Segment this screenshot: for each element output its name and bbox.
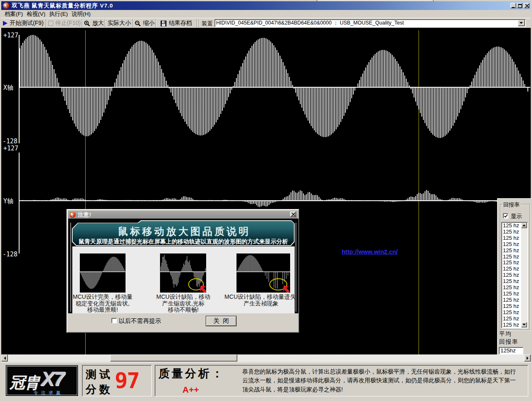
- figure-smooth-wave: [80, 253, 126, 293]
- list-item[interactable]: 125 hz: [502, 241, 521, 248]
- stop-icon: [48, 21, 53, 26]
- scroll-up-button[interactable]: [521, 223, 527, 228]
- quality-analysis-box: 质量分析： A++ 恭喜您的鼠标为极高分鼠，计算出总误差量极极小，鼠标极平滑，无…: [155, 365, 528, 396]
- list-item[interactable]: 125 hz: [502, 223, 521, 229]
- zoom-in-label: 放大: [92, 20, 104, 27]
- combobox-dropdown-button[interactable]: [518, 20, 525, 26]
- brand-logo: 冠胄 X7 专注求赢: [7, 366, 77, 395]
- device-value: HID\VID_045E&PID_0047\6&2B4BD64E&0&0000 …: [215, 20, 518, 27]
- figure-jagged-wave: [160, 253, 206, 293]
- actual-size-button[interactable]: 实际大小: [106, 19, 133, 28]
- score-label-line1: 测试: [86, 367, 113, 382]
- list-item[interactable]: 125 hz: [502, 316, 521, 322]
- start-test-button[interactable]: 开始测试(F9): [1, 19, 45, 28]
- dialog-header-frame: 鼠标移动放大图品质说明 鼠青天原理是通过捕捉光标在屏幕上的移动轨迹以直观的波形图…: [72, 220, 295, 246]
- test-score-box: 测试 分数 97: [82, 365, 152, 396]
- list-item[interactable]: 125 hz: [502, 285, 521, 291]
- figure-jagged-caption: MCU设计缺陷，移动 产生锯齿状,光标 移动不顺畅!: [144, 294, 223, 313]
- minimize-button[interactable]: [510, 3, 516, 8]
- arrow-right-icon: [527, 357, 529, 360]
- dialog-icon: [69, 212, 76, 218]
- stop-button[interactable]: 停止(F10): [47, 19, 82, 28]
- dialog-body: 鼠标移动放大图品质说明 鼠青天原理是通过捕捉光标在屏幕上的移动轨迹以直观的波形图…: [68, 219, 298, 332]
- window-title: 双飞燕 鼠青天鼠标质量分析程序 V7.0: [12, 2, 113, 10]
- x-axis-max-label: +127: [3, 32, 18, 39]
- list-item[interactable]: 125 hz: [502, 266, 521, 272]
- maximize-button[interactable]: [517, 3, 522, 8]
- listbox-scrollbar[interactable]: [521, 223, 527, 327]
- arrow-down-icon: [522, 324, 526, 326]
- dialog-bottom-bar: 以后不需再提示 关闭: [68, 313, 298, 332]
- scrollbar-thumb[interactable]: [110, 354, 237, 362]
- menu-run[interactable]: 执行(E): [48, 10, 69, 18]
- actual-size-label: 实际大小: [108, 20, 131, 27]
- list-item[interactable]: 125 hz: [502, 291, 521, 297]
- menu-help[interactable]: 说明(H): [70, 10, 92, 18]
- list-item[interactable]: 125 hz: [502, 229, 521, 235]
- website-link[interactable]: http://www.win2.cn/: [342, 248, 398, 255]
- toolbar-separator: [105, 19, 106, 27]
- zoom-out-button[interactable]: 缩小: [134, 19, 155, 28]
- list-item[interactable]: 125 hz: [502, 260, 521, 266]
- report-rate-listbox[interactable]: 125 hz125 hz125 hz125 hz125 hz125 hz125 …: [501, 222, 528, 328]
- list-item[interactable]: 125 hz: [502, 272, 521, 278]
- x-axis-name-label: X轴: [3, 84, 13, 92]
- list-item[interactable]: 125 hz: [502, 254, 521, 260]
- list-item[interactable]: 125 hz: [502, 235, 521, 241]
- list-item[interactable]: 125 hz: [502, 322, 521, 328]
- dont-show-again-checkbox[interactable]: [111, 318, 117, 323]
- horizontal-scrollbar[interactable]: [1, 354, 531, 362]
- average-label-line2: 回报率: [499, 338, 519, 346]
- report-rate-groupbox: 回报率 显示 125 hz125 hz125 hz125 hz125 hz125…: [500, 204, 530, 330]
- logo-model-text: X7: [41, 367, 64, 390]
- close-button[interactable]: [524, 3, 530, 8]
- score-value: 97: [115, 368, 139, 393]
- dialog-heading: 鼠标移动放大图品质说明: [72, 225, 295, 238]
- scroll-down-button[interactable]: [521, 322, 527, 327]
- analysis-text: 恭喜您的鼠标为极高分鼠，计算出总误差量极极小，鼠标极平滑，无任何锯齿现象，光标线…: [242, 367, 532, 394]
- figure-smooth-caption: MCU设计完美，移动量 稳定变化而无锯齿状, 移动最滑顺!: [68, 294, 142, 313]
- menu-view[interactable]: 检视(V): [25, 10, 47, 18]
- list-item[interactable]: 125 hz: [502, 303, 521, 310]
- show-checkbox-label[interactable]: 显示: [511, 213, 522, 220]
- analysis-label: 质量分析：: [158, 366, 225, 381]
- y-axis-max-label: +127: [3, 145, 18, 152]
- app-root: { "window": { "title": "双飞燕 鼠青天鼠标质量分析程序 …: [0, 0, 532, 401]
- chevron-down-icon: [520, 22, 523, 24]
- list-item[interactable]: 125 hz: [502, 297, 521, 303]
- list-item[interactable]: 125 hz: [502, 278, 521, 285]
- pointer-arrow-icon: [283, 285, 290, 293]
- score-label-line2: 分数: [86, 382, 113, 397]
- show-checkbox[interactable]: [503, 213, 508, 219]
- dialog-content: MCU设计完美，移动量 稳定变化而无锯齿状, 移动最滑顺! MCU设计缺陷，移动…: [72, 246, 295, 313]
- dont-show-again-label[interactable]: 以后不需再提示: [119, 317, 161, 325]
- scroll-left-button[interactable]: [1, 354, 8, 362]
- toolbar-separator: [46, 19, 47, 27]
- toolbar-separator: [155, 19, 156, 27]
- dialog-subheading: 鼠青天原理是通过捕捉光标在屏幕上的移动轨迹以直观的波形图的方式来显示分析: [72, 238, 295, 246]
- stop-label: 停止(F10): [55, 20, 81, 27]
- dialog-title: 注意!: [78, 211, 91, 219]
- save-results-button[interactable]: 结果存档: [157, 19, 196, 28]
- arrow-left-icon: [4, 357, 6, 360]
- dialog-title-bar: 注意!: [68, 211, 298, 219]
- average-label-line1: 平均: [499, 330, 512, 338]
- save-label: 结果存档: [169, 20, 192, 27]
- device-combobox[interactable]: HID\VID_045E&PID_0047\6&2B4BD64E&0&0000 …: [214, 19, 526, 27]
- list-item[interactable]: 125 hz: [502, 310, 521, 316]
- brand-logo-box: 冠胄 X7 专注求赢: [5, 365, 79, 396]
- average-rate-input[interactable]: 125hz: [499, 347, 523, 354]
- toolbar-separator: [197, 19, 197, 27]
- status-bar: 冠胄 X7 专注求赢 测试 分数 97 质量分析： A++ 恭喜您的鼠标为极高分…: [1, 362, 531, 398]
- dialog-close-button[interactable]: [290, 212, 296, 217]
- logo-slogan: 专注求赢: [34, 390, 64, 395]
- toolbar-separator: [199, 19, 200, 27]
- zoom-in-button[interactable]: 放大: [83, 19, 105, 28]
- notice-dialog: 注意! 鼠标移动放大图品质说明 鼠青天原理是通过捕捉光标在屏幕上的移动轨迹以直观…: [66, 209, 299, 333]
- list-item[interactable]: 125 hz: [502, 248, 521, 254]
- ok-button-label: 关闭: [210, 317, 232, 325]
- figure-dropped-caption: MCU设计缺陷，移动量遗失, 产生丢祯现象: [220, 294, 298, 307]
- scroll-right-button[interactable]: [524, 354, 531, 362]
- menu-file[interactable]: 档案(F): [3, 10, 24, 18]
- dialog-ok-button[interactable]: 关闭: [206, 316, 236, 326]
